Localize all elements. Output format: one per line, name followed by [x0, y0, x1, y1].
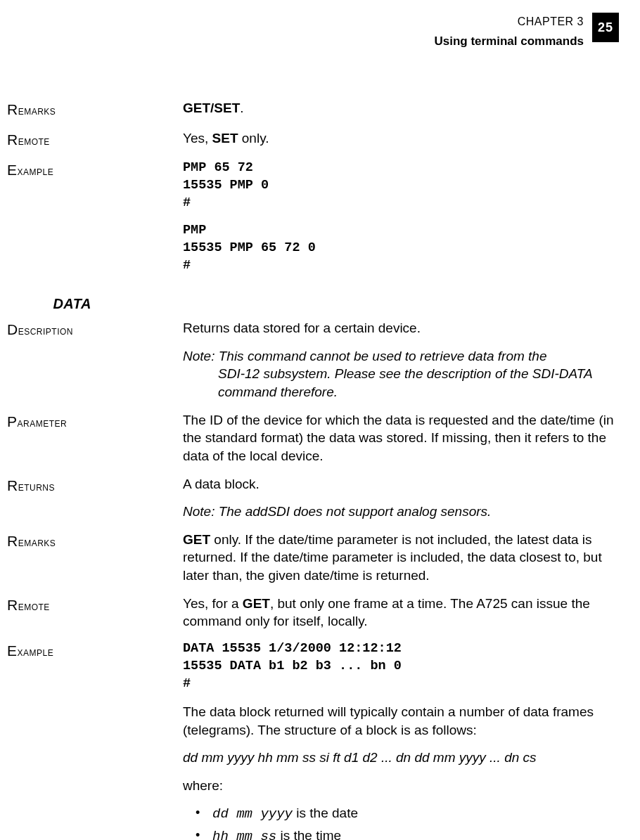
note-lead: Note:: [183, 349, 219, 363]
spacer: [183, 212, 619, 222]
note-first-line: This command cannot be used to retrieve …: [219, 349, 547, 363]
remote-prefix: Yes,: [183, 131, 212, 146]
bullet-time: hh mm ss is the time: [196, 827, 619, 840]
value-description: Returns data stored for a certain device…: [183, 319, 619, 401]
row-description: Description Returns data stored for a ce…: [7, 319, 619, 401]
page: CHAPTER 3 Using terminal commands 25 Rem…: [0, 0, 640, 840]
example-block-1: PMP 65 72 15535 PMP 0 #: [183, 160, 619, 212]
value-example-data: DATA 15535 1/3/2000 12:12:12 15535 DATA …: [183, 640, 619, 840]
remote-data-text: Yes, for a GET, but only one frame at a …: [183, 595, 619, 631]
returns-note: Note: The addSDI does not support analog…: [183, 503, 619, 521]
row-remarks-top: Remarks GET/SET.: [7, 99, 619, 119]
returns-text: A data block.: [183, 475, 619, 493]
content: Remarks GET/SET. Remote Yes, SET only. E…: [7, 99, 619, 840]
note-rest: SDI-12 subsystem. Please see the descrip…: [183, 365, 619, 401]
example-format: dd mm yyyy hh mm ss si ft d1 d2 ... dn d…: [183, 749, 619, 767]
chapter-label: CHAPTER 3: [434, 14, 584, 30]
example-data-block: DATA 15535 1/3/2000 12:12:12 15535 DATA …: [183, 640, 619, 693]
label-remote: Remote: [7, 129, 183, 150]
bullet-time-text: is the time: [276, 828, 341, 840]
remote-set: SET: [212, 131, 238, 146]
label-description: Description: [7, 319, 183, 340]
row-remarks-data: Remarks GET only. If the date/time param…: [7, 531, 619, 585]
value-returns: A data block. Note: The addSDI does not …: [183, 475, 619, 521]
row-returns: Returns A data block. Note: The addSDI d…: [7, 475, 619, 521]
label-example-data: Example: [7, 640, 183, 661]
bullet-date-code: dd mm yyyy: [212, 806, 293, 822]
row-example-data: Example DATA 15535 1/3/2000 12:12:12 155…: [7, 640, 619, 840]
example-where: where:: [183, 777, 619, 795]
bullet-date-text: is the date: [293, 806, 358, 820]
parameter-text: The ID of the device for which the data …: [183, 411, 619, 465]
label-parameter: Parameter: [7, 411, 183, 432]
label-example: Example: [7, 160, 183, 180]
label-returns: Returns: [7, 475, 183, 496]
page-header: CHAPTER 3 Using terminal commands 25: [7, 13, 619, 50]
header-text: CHAPTER 3 Using terminal commands: [434, 13, 592, 50]
remote-data-get: GET: [243, 596, 270, 611]
example-explain: The data block returned will typically c…: [183, 703, 619, 739]
remote-suffix: only.: [238, 131, 269, 146]
remarks-rest: only. If the date/time parameter is not …: [183, 532, 602, 583]
remote-data-prefix: Yes, for a: [183, 596, 243, 611]
label-remarks-data: Remarks: [7, 531, 183, 551]
description-text: Returns data stored for a certain device…: [183, 319, 619, 337]
example-block-2: PMP 15535 PMP 65 72 0 #: [183, 222, 619, 275]
chapter-subtitle: Using terminal commands: [434, 34, 584, 50]
row-remote-data: Remote Yes, for a GET, but only one fram…: [7, 595, 619, 631]
row-example-top: Example PMP 65 72 15535 PMP 0 # PMP 1553…: [7, 160, 619, 275]
value-parameter: The ID of the device for which the data …: [183, 411, 619, 465]
remarks-suffix: .: [240, 101, 243, 115]
value-remarks-data: GET only. If the date/time parameter is …: [183, 531, 619, 585]
label-remarks: Remarks: [7, 99, 183, 119]
description-note: Note: This command cannot be used to ret…: [183, 347, 619, 401]
example-bullets: dd mm yyyy is the date hh mm ss is the t…: [183, 804, 619, 840]
value-remote: Yes, SET only.: [183, 129, 619, 148]
remarks-get: GET: [183, 532, 210, 547]
bullet-time-code: hh mm ss: [212, 829, 276, 840]
section-heading-data: DATA: [7, 295, 91, 314]
remarks-data-text: GET only. If the date/time parameter is …: [183, 531, 619, 585]
value-remote-data: Yes, for a GET, but only one frame at a …: [183, 595, 619, 631]
remarks-getset: GET/SET: [183, 101, 240, 115]
row-parameter: Parameter The ID of the device for which…: [7, 411, 619, 465]
page-number: 25: [592, 13, 619, 42]
bullet-date: dd mm yyyy is the date: [196, 804, 619, 824]
value-example: PMP 65 72 15535 PMP 0 # PMP 15535 PMP 65…: [183, 160, 619, 275]
label-remote-data: Remote: [7, 595, 183, 615]
value-remarks: GET/SET.: [183, 99, 619, 117]
row-remote-top: Remote Yes, SET only.: [7, 129, 619, 150]
